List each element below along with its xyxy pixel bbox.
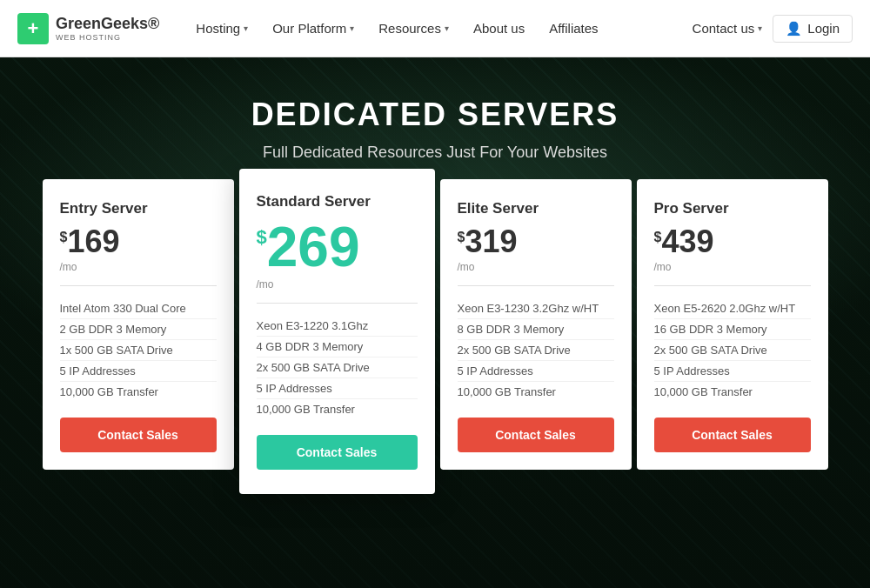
feature-standard-1: 4 GB DDR 3 Memory <box>257 337 418 357</box>
feature-list-entry: Intel Atom 330 Dual Core 2 GB DDR 3 Memo… <box>60 298 217 402</box>
nav-item-affiliates[interactable]: Affiliates <box>539 14 608 43</box>
feature-pro-1: 16 GB DDR 3 Memory <box>654 319 811 340</box>
price-amount-elite: 319 <box>465 226 517 257</box>
price-period-entry: /mo <box>60 261 217 273</box>
feature-standard-0: Xeon E3-1220 3.1Ghz <box>257 316 418 337</box>
price-row-entry: $ 169 <box>60 226 217 257</box>
feature-entry-3: 5 IP Addresses <box>60 361 217 382</box>
pricing-cards: Entry Server $ 169 /mo Intel Atom 330 Du… <box>0 179 870 494</box>
feature-list-elite: Xeon E3-1230 3.2Ghz w/HT 8 GB DDR 3 Memo… <box>458 298 614 402</box>
price-period-pro: /mo <box>654 261 811 273</box>
feature-standard-3: 5 IP Addresses <box>257 378 418 399</box>
hero-subtitle: Full Dedicated Resources Just For Your W… <box>251 144 619 162</box>
feature-entry-1: 2 GB DDR 3 Memory <box>60 319 217 340</box>
price-amount-entry: 169 <box>67 226 119 257</box>
feature-elite-0: Xeon E3-1230 3.2Ghz w/HT <box>458 298 614 319</box>
price-dollar-standard: $ <box>257 226 267 249</box>
feature-pro-3: 5 IP Addresses <box>654 361 811 382</box>
feature-entry-4: 10,000 GB Transfer <box>60 382 217 402</box>
cta-pro[interactable]: Contact Sales <box>654 418 811 452</box>
card-elite: Elite Server $ 319 /mo Xeon E3-1230 3.2G… <box>440 179 632 470</box>
card-standard: Standard Server $ 269 /mo Xeon E3-1220 3… <box>239 169 435 494</box>
price-amount-pro: 439 <box>661 226 713 257</box>
feature-list-pro: Xeon E5-2620 2.0Ghz w/HT 16 GB DDR 3 Mem… <box>654 298 811 402</box>
price-row-pro: $ 439 <box>654 226 811 257</box>
plan-name-entry: Entry Server <box>60 200 217 217</box>
price-amount-standard: 269 <box>267 219 360 275</box>
price-dollar-pro: $ <box>654 230 662 245</box>
card-pro: Pro Server $ 439 /mo Xeon E5-2620 2.0Ghz… <box>637 179 828 470</box>
chevron-down-icon: ▾ <box>244 23 248 33</box>
cta-entry[interactable]: Contact Sales <box>60 418 217 452</box>
main-nav: Hosting ▾ Our Platform ▾ Resources ▾ Abo… <box>185 14 692 43</box>
divider-pro <box>654 285 811 286</box>
nav-item-about[interactable]: About us <box>463 14 535 43</box>
feature-standard-4: 10,000 GB Transfer <box>257 399 418 419</box>
nav-item-hosting[interactable]: Hosting ▾ <box>185 14 258 43</box>
feature-pro-4: 10,000 GB Transfer <box>654 382 811 402</box>
hero-title: DEDICATED SERVERS <box>251 97 619 133</box>
hero-content: DEDICATED SERVERS Full Dedicated Resourc… <box>251 57 619 162</box>
nav-label-resources: Resources <box>378 21 441 36</box>
contact-us-button[interactable]: Contact us ▾ <box>693 21 763 36</box>
cta-standard[interactable]: Contact Sales <box>257 435 418 470</box>
login-button[interactable]: 👤 Login <box>773 15 853 43</box>
nav-label-about: About us <box>473 21 525 36</box>
feature-list-standard: Xeon E3-1220 3.1Ghz 4 GB DDR 3 Memory 2x… <box>257 316 418 419</box>
card-entry: Entry Server $ 169 /mo Intel Atom 330 Du… <box>43 179 234 470</box>
feature-elite-4: 10,000 GB Transfer <box>458 382 614 402</box>
feature-standard-2: 2x 500 GB SATA Drive <box>257 357 418 378</box>
plan-name-pro: Pro Server <box>654 200 811 217</box>
plan-name-standard: Standard Server <box>257 193 418 210</box>
feature-entry-2: 1x 500 GB SATA Drive <box>60 340 217 361</box>
login-label: Login <box>807 21 840 36</box>
header-right: Contact us ▾ 👤 Login <box>693 15 853 43</box>
feature-entry-0: Intel Atom 330 Dual Core <box>60 298 217 319</box>
price-row-elite: $ 319 <box>458 226 614 257</box>
cta-elite[interactable]: Contact Sales <box>458 418 614 452</box>
nav-item-resources[interactable]: Resources ▾ <box>368 14 459 43</box>
divider-entry <box>60 285 217 286</box>
header: + GreenGeeks® WEB HOSTING Hosting ▾ Our … <box>0 0 870 57</box>
feature-elite-2: 2x 500 GB SATA Drive <box>458 340 614 361</box>
price-dollar-elite: $ <box>458 230 465 245</box>
contact-us-label: Contact us <box>693 21 755 36</box>
hero-section: DEDICATED SERVERS Full Dedicated Resourc… <box>0 57 870 588</box>
logo[interactable]: + GreenGeeks® WEB HOSTING <box>17 13 159 44</box>
price-period-standard: /mo <box>257 278 418 291</box>
chevron-down-icon: ▾ <box>758 23 762 33</box>
nav-label-affiliates: Affiliates <box>549 21 598 36</box>
price-period-elite: /mo <box>458 261 614 273</box>
chevron-down-icon: ▾ <box>350 23 354 33</box>
logo-text: GreenGeeks® WEB HOSTING <box>56 15 159 42</box>
chevron-down-icon: ▾ <box>445 23 449 33</box>
nav-label-platform: Our Platform <box>272 21 346 36</box>
divider-standard <box>257 303 418 304</box>
nav-item-platform[interactable]: Our Platform ▾ <box>262 14 365 43</box>
nav-label-hosting: Hosting <box>196 21 240 36</box>
price-dollar-entry: $ <box>60 230 68 245</box>
feature-pro-0: Xeon E5-2620 2.0Ghz w/HT <box>654 298 811 319</box>
logo-sub: WEB HOSTING <box>56 33 159 42</box>
divider-elite <box>458 285 614 286</box>
feature-elite-1: 8 GB DDR 3 Memory <box>458 319 614 340</box>
logo-brand: GreenGeeks® <box>56 15 159 33</box>
feature-elite-3: 5 IP Addresses <box>458 361 614 382</box>
price-row-standard: $ 269 <box>257 219 418 275</box>
feature-pro-2: 2x 500 GB SATA Drive <box>654 340 811 361</box>
logo-icon: + <box>17 13 49 44</box>
plan-name-elite: Elite Server <box>458 200 614 217</box>
logo-plus: + <box>28 19 39 38</box>
person-icon: 👤 <box>786 21 802 37</box>
